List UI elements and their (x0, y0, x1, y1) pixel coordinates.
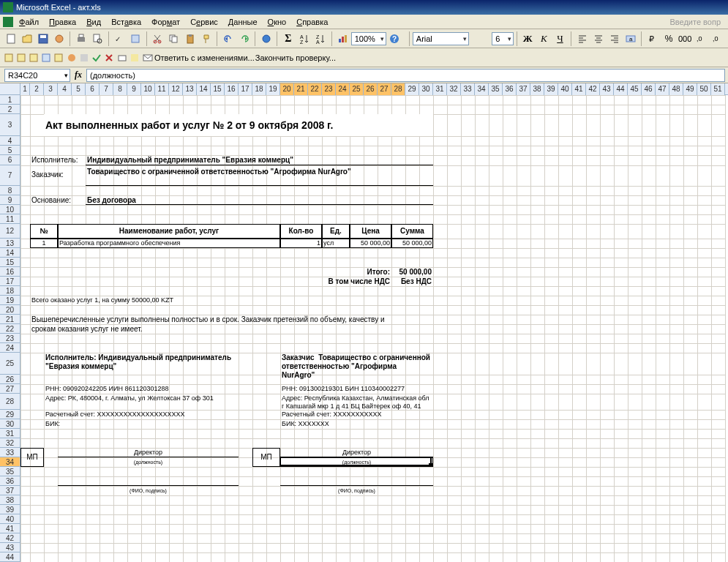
cell-r34c4[interactable]: (должность) (58, 457, 239, 467)
col-header-37[interactable]: 37 (517, 83, 530, 95)
redo-button[interactable] (236, 31, 252, 47)
col-header-30[interactable]: 30 (419, 83, 433, 95)
col-header-21[interactable]: 21 (294, 83, 308, 95)
col-header-45[interactable]: 45 (628, 83, 642, 95)
menu-edit[interactable]: Правка (45, 16, 80, 28)
rev-btn-mail[interactable] (142, 52, 154, 64)
undo-button[interactable] (220, 31, 236, 47)
review-reply[interactable]: Ответить с изменениями... (154, 53, 255, 62)
col-header-6[interactable]: 6 (86, 83, 100, 95)
row-headers[interactable]: 1234567891011121314151617181920212223242… (0, 95, 20, 562)
save-button[interactable] (35, 31, 50, 47)
col-header-26[interactable]: 26 (364, 83, 378, 95)
cell-r6c2[interactable]: Исполнитель: (30, 155, 86, 165)
col-header-35[interactable]: 35 (489, 83, 503, 95)
cell-r30c3[interactable]: БИК: (44, 419, 266, 429)
row-header-33[interactable]: 33 (0, 448, 20, 457)
align-center-button[interactable] (590, 31, 606, 47)
col-header-7[interactable]: 7 (100, 83, 113, 95)
cell-r3c3[interactable]: Акт выполненных работ и услуг № 2 от 9 о… (44, 114, 433, 136)
col-header-33[interactable]: 33 (461, 83, 475, 95)
spell-button[interactable]: ✓ (112, 31, 127, 47)
menu-help[interactable]: Справка (292, 16, 332, 28)
row-header-25[interactable]: 25 (0, 353, 20, 375)
cell-r28c20[interactable]: Адрес: Республика Казахстан, Алматинская… (280, 394, 433, 410)
align-right-button[interactable] (607, 31, 622, 47)
row-header-24[interactable]: 24 (0, 343, 20, 353)
col-header-8[interactable]: 8 (113, 83, 127, 95)
cut-button[interactable] (150, 31, 165, 47)
cell-r7c2[interactable]: Заказчик: (30, 165, 86, 186)
menu-view[interactable]: Вид (82, 16, 105, 28)
rev-btn-4[interactable] (40, 52, 52, 64)
menu-insert[interactable]: Вставка (107, 16, 146, 28)
dec-decimal-button[interactable]: ,0 (710, 31, 725, 47)
align-left-button[interactable] (574, 31, 590, 47)
col-header-9[interactable]: 9 (127, 83, 141, 95)
row-header-9[interactable]: 9 (0, 195, 20, 205)
row-header-37[interactable]: 37 (0, 486, 20, 495)
col-header-32[interactable]: 32 (447, 83, 461, 95)
font-combo[interactable]: Arial (413, 32, 469, 45)
cell-r13c28[interactable]: 50 000,00 (391, 239, 433, 248)
new-button[interactable] (3, 31, 18, 47)
column-headers[interactable]: 1234567891011121314151617181920212223242… (0, 83, 728, 95)
cells-grid[interactable]: Акт выполненных работ и услуг № 2 от 9 о… (20, 95, 728, 562)
col-header-23[interactable]: 23 (322, 83, 336, 95)
row-header-32[interactable]: 32 (0, 438, 20, 448)
col-header-12[interactable]: 12 (169, 83, 183, 95)
row-header-12[interactable]: 12 (0, 224, 20, 239)
cell-r17c22[interactable]: В том числе НДС (308, 277, 391, 286)
row-header-38[interactable]: 38 (0, 495, 20, 505)
cell-r29c3[interactable]: Расчетный счет: XXXXXXXXXXXXXXXXXXXX (44, 410, 266, 419)
hyperlink-button[interactable] (258, 31, 274, 47)
cell-r13c20[interactable]: 1 (280, 239, 322, 248)
row-header-42[interactable]: 42 (0, 533, 20, 543)
cell-r37c20[interactable]: (ФИО, подпись) (280, 486, 433, 495)
row-header-43[interactable]: 43 (0, 543, 20, 552)
menu-tools[interactable]: Сервис (186, 16, 222, 28)
row-header-16[interactable]: 16 (0, 267, 20, 277)
rev-btn-5[interactable] (53, 52, 64, 64)
cell-r13c2[interactable]: 1 (30, 239, 58, 248)
cell-r16c25[interactable]: Итого: (350, 267, 391, 277)
col-header-18[interactable]: 18 (252, 83, 266, 95)
underline-button[interactable]: Ч (552, 31, 568, 47)
cell-r19c2[interactable]: Всего оказано услуг 1, на сумму 50000,00… (30, 296, 433, 305)
col-header-41[interactable]: 41 (572, 83, 586, 95)
name-box[interactable]: R34C20 (4, 69, 70, 82)
row-header-23[interactable]: 23 (0, 334, 20, 343)
row-header-18[interactable]: 18 (0, 286, 20, 296)
rev-btn-2[interactable] (15, 52, 27, 64)
rev-btn-11[interactable] (129, 52, 140, 64)
col-header-5[interactable]: 5 (72, 83, 86, 95)
col-header-47[interactable]: 47 (656, 83, 669, 95)
col-header-13[interactable]: 13 (183, 83, 197, 95)
col-header-24[interactable]: 24 (336, 83, 350, 95)
menu-data[interactable]: Данные (224, 16, 262, 28)
row-header-31[interactable]: 31 (0, 429, 20, 438)
row-header-2[interactable]: 2 (0, 105, 20, 114)
comma-button[interactable]: 000 (678, 31, 693, 47)
row-header-8[interactable]: 8 (0, 186, 20, 195)
col-header-49[interactable]: 49 (683, 83, 697, 95)
col-header-36[interactable]: 36 (503, 83, 517, 95)
col-header-39[interactable]: 39 (544, 83, 558, 95)
row-header-36[interactable]: 36 (0, 476, 20, 486)
review-end[interactable]: Закончить проверку... (255, 53, 336, 62)
cell-r34c20[interactable]: (должность) (280, 457, 433, 467)
col-header-20[interactable]: 20 (280, 83, 294, 95)
cell-r33c18[interactable]: МП (252, 448, 280, 457)
cell-r12c20[interactable]: Кол-во (280, 224, 322, 239)
cell-r27c20[interactable]: РНН: 091300219301 БИН 110340002277 (280, 384, 433, 394)
cell-r29c20[interactable]: Расчетный счет: XXXXXXXXXXX (280, 410, 433, 419)
font-size-combo[interactable]: 6 (492, 32, 514, 45)
row-header-26[interactable]: 26 (0, 375, 20, 384)
col-header-31[interactable]: 31 (433, 83, 447, 95)
help-search[interactable]: Введите вопр (670, 18, 726, 26)
col-header-29[interactable]: 29 (405, 83, 419, 95)
cell-r12c2[interactable]: № (30, 224, 58, 239)
cell-r33c4[interactable]: Директор (58, 448, 239, 457)
cell-r30c20[interactable]: БИК: XXXXXXX (280, 419, 433, 429)
col-header-15[interactable]: 15 (211, 83, 225, 95)
